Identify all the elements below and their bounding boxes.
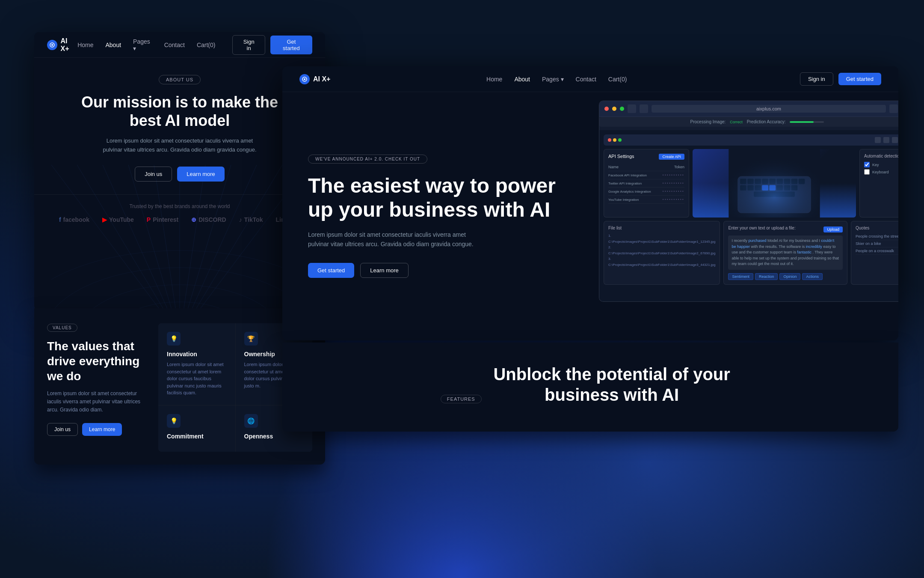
quote-2: Skier on a bike: [856, 240, 898, 247]
nav-pages-left[interactable]: Pages ▾: [133, 38, 152, 52]
quotes-panel: Quotes People crossing the stree Skier o…: [851, 221, 898, 285]
browser-url-bar[interactable]: aixplus.com: [652, 105, 886, 113]
quotes-title: Quotes: [856, 226, 898, 230]
processing-status: Correct: [730, 120, 743, 124]
api-row-google: Google Analytics Integration ••••••••••: [608, 188, 684, 196]
features-inner: FEATURES Unblock the potential of your b…: [317, 364, 864, 410]
about-badge: ABOUT US: [159, 75, 201, 84]
detection-key-checkbox[interactable]: [864, 162, 870, 167]
detection-option-keyboard[interactable]: Keyboard: [864, 169, 898, 175]
left-hero-desc: Lorem ipsum dolor sit amet consectetur i…: [98, 137, 261, 155]
ownership-icon: 🏆: [244, 332, 258, 346]
upload-btn[interactable]: Upload: [823, 226, 843, 232]
highlight-purchased: purchased: [748, 238, 766, 243]
getstarted-btn-right[interactable]: Get started: [838, 73, 881, 85]
join-us-btn-left[interactable]: Join us: [135, 167, 172, 182]
file-item-1: 1. C:\Projects\Images\Project1\SubFolder…: [608, 233, 715, 244]
sentiment-buttons: Sentiment Reaction Opinion Actions: [728, 273, 843, 280]
sentiment-btn[interactable]: Sentiment: [728, 273, 753, 280]
getstarted-hero-btn[interactable]: Get started: [308, 263, 354, 278]
api-dots-3: ••••••••••: [662, 197, 684, 202]
getstarted-btn-left[interactable]: Get started: [270, 36, 312, 54]
logo-right[interactable]: AI X+: [299, 74, 330, 84]
right-hero-badge: WE'VE ANNOUNCED AI+ 2.0. CHECK IT OUT: [308, 155, 427, 164]
learn-more-btn-left[interactable]: Learn more: [177, 167, 224, 182]
nav-actions-right: Sign in Get started: [800, 72, 881, 86]
nav-links-left: Home About Pages ▾ Contact Cart(0): [77, 38, 215, 52]
api-settings-panel: API Settings Create API Name Token Faceb…: [604, 149, 689, 217]
inner-ctrl-1[interactable]: [875, 137, 881, 143]
nav-about-right[interactable]: About: [514, 76, 530, 83]
accuracy-label: Prediction Accuracy:: [747, 119, 786, 124]
browser-fwd-btn[interactable]: [640, 104, 648, 113]
inner-browser-controls: [875, 137, 898, 143]
browser-outer: aixplus.com Processing Image: Correct Pr…: [599, 101, 898, 302]
openness-icon: 🌐: [244, 414, 258, 428]
detection-options: Key Keyboard: [864, 162, 898, 175]
signin-btn-left[interactable]: Sign in: [232, 35, 265, 55]
left-hero-title: Our mission is to make the best AI model: [73, 93, 287, 130]
highlight-incredibly: incredibly: [806, 244, 822, 249]
features-title: Unblock the potential of your business w…: [483, 364, 740, 405]
values-section: VALUES The values that drive everything …: [34, 308, 325, 465]
text-input-area[interactable]: I recently purchased Model AI for my bus…: [728, 235, 843, 270]
nav-about-left[interactable]: About: [106, 42, 121, 48]
right-main-content: WE'VE ANNOUNCED AI+ 2.0. CHECK IT OUT Th…: [282, 92, 898, 340]
nav-actions-left: Sign in Get started: [232, 35, 312, 55]
text-panel-header: Enter your own text or upload a file: Up…: [728, 226, 843, 233]
openness-title: Openness: [244, 433, 304, 440]
file-list-title: File list: [608, 226, 715, 230]
nav-contact-left[interactable]: Contact: [164, 42, 185, 48]
inner-dot-g: [618, 138, 622, 142]
browser-body: API Settings Create API Name Token Faceb…: [599, 130, 898, 301]
detection-option-key[interactable]: Key: [864, 162, 898, 167]
nav-cart-right[interactable]: Cart(0): [608, 76, 627, 83]
create-api-btn[interactable]: Create API: [659, 154, 684, 160]
signin-btn-right[interactable]: Sign in: [800, 72, 833, 86]
actions-btn[interactable]: Actions: [802, 273, 823, 280]
browser-refresh-btn[interactable]: [889, 104, 898, 113]
inner-ctrl-3[interactable]: [892, 137, 898, 143]
browser-back-btn[interactable]: [628, 104, 636, 113]
inner-browser-dots: [608, 138, 622, 142]
logo-icon-right: [299, 74, 310, 84]
window-left: AI X+ Home About Pages ▾ Contact Cart(0)…: [34, 32, 325, 310]
inner-dot-r: [608, 138, 611, 142]
file-list-panel: File list 1. C:\Projects\Images\Project1…: [604, 221, 720, 285]
values-learn-btn[interactable]: Learn more: [82, 423, 122, 436]
browser-mockup-container: aixplus.com Processing Image: Correct Pr…: [590, 92, 898, 340]
learn-more-hero-btn[interactable]: Learn more: [360, 263, 408, 278]
api-header-row: Name Token: [608, 163, 684, 171]
nav-home-right[interactable]: Home: [486, 76, 502, 83]
browser-dot-red: [604, 107, 609, 111]
browser-dot-yellow: [612, 107, 616, 111]
keyboard-svg: [693, 149, 856, 217]
reaction-btn[interactable]: Reaction: [755, 273, 778, 280]
processing-label: Processing Image:: [690, 119, 726, 124]
analysis-row: File list 1. C:\Projects\Images\Project1…: [604, 221, 898, 285]
nav-cart-left[interactable]: Cart(0): [197, 42, 216, 48]
logo-left[interactable]: AI X+: [47, 37, 77, 53]
nav-contact-right[interactable]: Contact: [576, 76, 596, 83]
values-inner: VALUES The values that drive everything …: [47, 323, 312, 452]
values-join-btn[interactable]: Join us: [47, 423, 78, 436]
inner-ctrl-2[interactable]: [883, 137, 889, 143]
api-panel-title: API Settings Create API: [608, 154, 684, 160]
svg-point-20: [304, 78, 305, 80]
keyboard-image: [693, 149, 856, 217]
nav-home-left[interactable]: Home: [77, 42, 93, 48]
quote-1: People crossing the stree: [856, 233, 898, 240]
opinion-btn[interactable]: Opinion: [779, 273, 800, 280]
right-hero-title: The easiest way to power up your busines…: [308, 174, 565, 221]
logo-text-left: AI X+: [61, 37, 78, 53]
nav-pages-right[interactable]: Pages ▾: [542, 76, 564, 83]
highlight-fantastic: fantastic: [797, 250, 811, 254]
detection-keyboard-checkbox[interactable]: [864, 169, 870, 175]
inner-dot-y: [613, 138, 616, 142]
browser-bar: aixplus.com: [599, 101, 898, 117]
nav-left: AI X+ Home About Pages ▾ Contact Cart(0)…: [34, 32, 325, 58]
left-hero-buttons: Join us Learn more: [135, 167, 225, 182]
accuracy-progress-fill: [790, 121, 814, 123]
right-hero-section: WE'VE ANNOUNCED AI+ 2.0. CHECK IT OUT Th…: [282, 92, 590, 340]
values-badge: VALUES: [47, 324, 77, 332]
